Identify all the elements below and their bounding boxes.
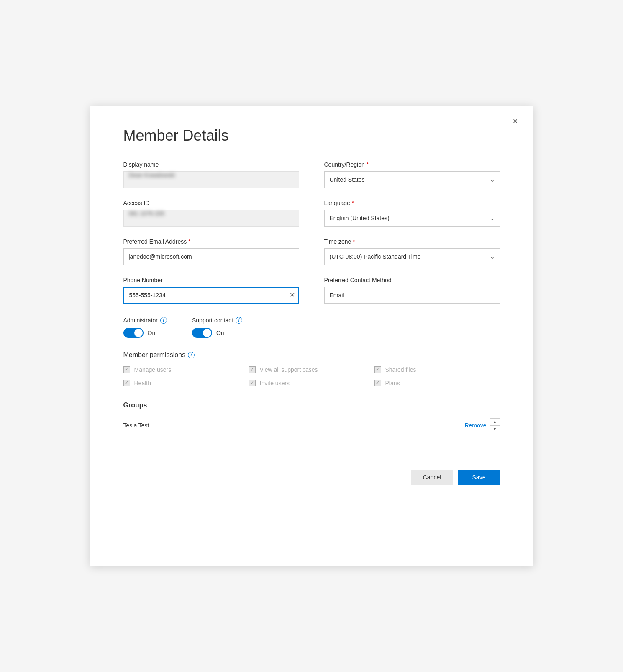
country-region-select[interactable]: United States Canada United Kingdom (324, 171, 500, 188)
view-support-cases-label: View all support cases (260, 366, 318, 373)
permission-health: ✓ Health (123, 380, 249, 386)
support-contact-toggle-group: Support contact i On (192, 317, 242, 338)
administrator-toggle-group: Administrator i On (123, 317, 167, 338)
phone-number-group: Phone Number ✕ (123, 277, 299, 304)
health-checkbox[interactable]: ✓ (123, 380, 130, 386)
group-name: Tesla Test (123, 422, 149, 429)
permission-manage-users: ✓ Manage users (123, 366, 249, 373)
toggles-section: Administrator i On Support contact i On (123, 317, 500, 338)
display-name-group: Display name Dean Kowalowski (123, 161, 299, 188)
sort-up-button[interactable]: ▲ (490, 419, 500, 425)
display-name-input: Dean Kowalowski (123, 171, 299, 188)
country-region-wrapper: United States Canada United Kingdom ⌄ (324, 171, 500, 188)
permission-view-support-cases: ✓ View all support cases (249, 366, 374, 373)
invite-users-label: Invite users (260, 380, 290, 386)
preferred-email-label: Preferred Email Address * (123, 238, 299, 245)
groups-section: Groups Tesla Test Remove ▲ ▼ (123, 402, 500, 436)
administrator-toggle[interactable] (123, 328, 144, 338)
time-zone-select[interactable]: (UTC-08:00) Pacific Standard Time (UTC-0… (324, 248, 500, 265)
cancel-button[interactable]: Cancel (411, 470, 453, 485)
permission-invite-users: ✓ Invite users (249, 380, 374, 386)
language-label: Language * (324, 200, 500, 206)
sort-down-button[interactable]: ▼ (490, 426, 500, 433)
save-button[interactable]: Save (458, 470, 500, 485)
required-star: * (367, 161, 369, 167)
phone-number-label: Phone Number (123, 277, 299, 283)
health-check-icon: ✓ (125, 380, 128, 386)
shared-files-label: Shared files (385, 366, 416, 373)
language-group: Language * English (United States) Engli… (324, 200, 500, 227)
permissions-grid: ✓ Manage users ✓ View all support cases … (123, 366, 500, 386)
group-actions: Remove ▲ ▼ (464, 418, 500, 433)
preferred-contact-label: Preferred Contact Method (324, 277, 500, 283)
sort-controls: ▲ ▼ (490, 418, 500, 433)
groups-title: Groups (123, 402, 500, 409)
phone-number-input[interactable] (123, 287, 299, 304)
display-name-blurred: Dean Kowalowski (129, 172, 175, 178)
access-id-blurred: 081 1076.335 (129, 210, 165, 217)
support-contact-label: Support contact (192, 317, 233, 324)
manage-users-label: Manage users (134, 366, 172, 373)
time-zone-label: Time zone * (324, 238, 500, 245)
view-support-cases-check-icon: ✓ (250, 367, 254, 372)
time-zone-wrapper: (UTC-08:00) Pacific Standard Time (UTC-0… (324, 248, 500, 265)
remove-button[interactable]: Remove (464, 422, 486, 429)
required-star-timezone: * (353, 238, 355, 245)
time-zone-group: Time zone * (UTC-08:00) Pacific Standard… (324, 238, 500, 265)
close-button[interactable]: × (509, 115, 522, 128)
access-id-input: 081 1076.335 (123, 210, 299, 227)
support-contact-toggle-row: On (192, 328, 242, 338)
health-label: Health (134, 380, 151, 386)
required-star-language: * (352, 200, 354, 206)
language-wrapper: English (United States) English (United … (324, 210, 500, 227)
support-contact-toggle-state: On (216, 330, 224, 336)
permission-shared-files: ✓ Shared files (374, 366, 500, 373)
shared-files-checkbox[interactable]: ✓ (374, 366, 381, 373)
invite-users-check-icon: ✓ (250, 380, 254, 386)
footer: Cancel Save (123, 470, 500, 485)
display-name-label: Display name (123, 161, 299, 168)
preferred-contact-select[interactable]: Email Phone (324, 287, 500, 304)
toggles-container: Administrator i On Support contact i On (123, 317, 500, 338)
preferred-contact-wrapper: Email Phone (324, 287, 500, 304)
access-id-label: Access ID (123, 200, 299, 206)
group-row: Tesla Test Remove ▲ ▼ (123, 415, 500, 436)
administrator-toggle-row: On (123, 328, 167, 338)
preferred-email-group: Preferred Email Address * (123, 238, 299, 265)
support-contact-info-icon[interactable]: i (236, 317, 242, 324)
required-star-email: * (188, 238, 190, 245)
support-contact-toggle[interactable] (192, 328, 212, 338)
plans-label: Plans (385, 380, 400, 386)
preferred-contact-group: Preferred Contact Method Email Phone (324, 277, 500, 304)
administrator-toggle-state: On (148, 330, 156, 336)
form-grid: Display name Dean Kowalowski Country/Reg… (123, 161, 500, 304)
member-details-dialog: × Member Details Display name Dean Kowal… (90, 106, 533, 566)
shared-files-check-icon: ✓ (376, 367, 379, 372)
invite-users-checkbox[interactable]: ✓ (249, 380, 256, 386)
permissions-title: Member permissions i (123, 351, 500, 359)
access-id-group: Access ID 081 1076.335 (123, 200, 299, 227)
permission-plans: ✓ Plans (374, 380, 500, 386)
manage-users-checkbox[interactable]: ✓ (123, 366, 130, 373)
permissions-info-icon[interactable]: i (188, 352, 195, 358)
country-region-group: Country/Region * United States Canada Un… (324, 161, 500, 188)
manage-users-check-icon: ✓ (125, 367, 128, 372)
page-title: Member Details (123, 127, 500, 144)
permissions-section: Member permissions i ✓ Manage users ✓ Vi… (123, 351, 500, 386)
country-region-label: Country/Region * (324, 161, 500, 168)
plans-checkbox[interactable]: ✓ (374, 380, 381, 386)
view-support-cases-checkbox[interactable]: ✓ (249, 366, 256, 373)
plans-check-icon: ✓ (376, 380, 379, 386)
administrator-label: Administrator (123, 317, 158, 324)
administrator-info-icon[interactable]: i (160, 317, 167, 324)
phone-number-clear-button[interactable]: ✕ (290, 292, 295, 299)
language-select[interactable]: English (United States) English (United … (324, 210, 500, 227)
administrator-label-row: Administrator i (123, 317, 167, 324)
phone-number-wrapper: ✕ (123, 287, 299, 304)
preferred-email-input[interactable] (123, 248, 299, 265)
support-contact-label-row: Support contact i (192, 317, 242, 324)
